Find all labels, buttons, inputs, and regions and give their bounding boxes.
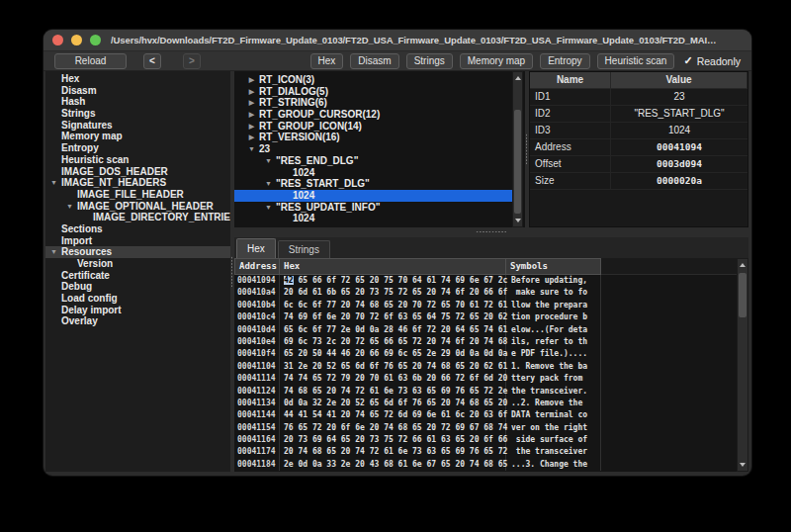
sidebar-item-strings[interactable]: Strings — [45, 108, 230, 120]
property-row-address[interactable]: Address00041094 — [530, 139, 747, 156]
sidebar-item-load-config[interactable]: Load config — [45, 293, 230, 305]
sidebar-item-hex[interactable]: Hex — [45, 73, 230, 85]
tree-item-rt-string-6[interactable]: ▶RT_STRING(6) — [234, 97, 512, 109]
toolbar-button-strings[interactable]: Strings — [406, 53, 453, 69]
close-window-button[interactable] — [52, 35, 63, 45]
hex-row[interactable]: 000411340d 0a 32 2e 20 52 65 6d 6f 76 65… — [234, 398, 737, 409]
tree-scrollbar[interactable] — [512, 71, 523, 227]
tab-hex[interactable]: Hex — [236, 238, 276, 258]
hex-row[interactable]: 0004110431 2e 20 52 65 6d 6f 76 65 20 74… — [234, 361, 737, 373]
chevron-down-icon[interactable]: ▼ — [246, 143, 257, 155]
hex-scrollbar[interactable] — [737, 258, 748, 472]
hex-row[interactable]: 000410f465 20 50 44 46 20 66 69 6c 65 2e… — [234, 348, 737, 360]
property-row-id2[interactable]: ID2"RES_START_DLG" — [530, 106, 747, 123]
tree-item-23[interactable]: ▼23 — [234, 143, 512, 155]
chevron-down-icon[interactable]: ▼ — [263, 155, 274, 167]
forward-button[interactable]: > — [183, 53, 201, 69]
horizontal-splitter[interactable] — [234, 227, 748, 237]
hex-row[interactable]: 0004117420 74 68 65 20 74 72 61 6e 73 63… — [234, 446, 737, 458]
toolbar-button-heuristic-scan[interactable]: Heuristic scan — [597, 53, 675, 69]
sidebar-item-entropy[interactable]: Entropy — [45, 142, 230, 154]
toolbar-button-memory-map[interactable]: Memory map — [460, 53, 533, 69]
back-button[interactable]: < — [143, 53, 161, 69]
hex-row[interactable]: 0004109442 65 66 6f 72 65 20 75 70 64 61… — [234, 275, 737, 287]
property-value: 0000020a — [611, 173, 747, 189]
sidebar-item-label: Debug — [61, 281, 92, 292]
sidebar-item-version[interactable]: Version — [45, 258, 230, 270]
tree-item-rt-dialog-5[interactable]: ▶RT_DIALOG(5) — [234, 86, 512, 98]
minimize-window-button[interactable] — [71, 35, 82, 45]
property-row-offset[interactable]: Offset0003d094 — [530, 156, 747, 173]
hex-row[interactable]: 000411842e 0d 0a 33 2e 20 43 68 61 6e 67… — [234, 459, 737, 471]
scrollbar-thumb[interactable] — [739, 273, 747, 317]
scroll-up-arrow-icon[interactable] — [738, 259, 747, 271]
zoom-window-button[interactable] — [90, 35, 101, 45]
chevron-down-icon[interactable]: ▼ — [64, 201, 75, 213]
property-row-id3[interactable]: ID31024 — [530, 123, 747, 139]
tree-item-label: RT_VERSION(16) — [259, 132, 340, 142]
tree-item-res-start-dlg[interactable]: ▼"RES_START_DLG" — [234, 178, 512, 190]
tree-item-1024[interactable]: 1024 — [234, 213, 512, 224]
toolbar-button-disasm[interactable]: Disasm — [350, 53, 398, 69]
chevron-right-icon[interactable]: ▶ — [246, 97, 257, 109]
chevron-right-icon[interactable]: ▶ — [246, 109, 257, 121]
sidebar-item-label: Hex — [61, 73, 79, 84]
hex-row[interactable]: 0004112474 68 65 20 74 72 61 6e 73 63 65… — [234, 386, 737, 398]
sidebar-item-overlay[interactable]: Overlay — [45, 315, 230, 327]
scroll-down-arrow-icon[interactable] — [738, 459, 747, 471]
sidebar-item-resources[interactable]: ▼Resources — [45, 246, 230, 258]
tree-item-res-update-info[interactable]: ▼"RES_UPDATE_INFO" — [234, 202, 512, 214]
chevron-down-icon[interactable]: ▼ — [263, 202, 274, 214]
scroll-up-arrow-icon[interactable] — [513, 72, 522, 84]
tree-item-res-end-dlg[interactable]: ▼"RES_END_DLG" — [234, 155, 512, 167]
hex-row[interactable]: 000410b46c 6c 6f 77 20 74 68 65 20 70 72… — [234, 300, 737, 311]
chevron-right-icon[interactable]: ▶ — [246, 132, 257, 143]
tab-strings[interactable]: Strings — [278, 240, 330, 258]
scroll-down-arrow-icon[interactable] — [513, 215, 522, 226]
hex-row[interactable]: 000410e469 6c 73 2c 20 72 65 66 65 72 20… — [234, 336, 737, 348]
selected-byte[interactable]: 42 — [284, 276, 294, 285]
tree-item-1024[interactable]: 1024 — [234, 190, 512, 202]
toolbar-button-hex[interactable]: Hex — [310, 53, 344, 69]
sidebar-item-heuristic-scan[interactable]: Heuristic scan — [45, 154, 230, 166]
sidebar-item-image-dos-header[interactable]: IMAGE_DOS_HEADER — [45, 166, 230, 178]
tree-item-rt-icon-3[interactable]: ▶RT_ICON(3) — [234, 74, 512, 86]
property-row-id1[interactable]: ID123 — [530, 89, 747, 106]
reload-button[interactable]: Reload — [54, 53, 127, 69]
chevron-down-icon[interactable]: ▼ — [48, 177, 59, 189]
hex-table-header: Address Hex Symbols — [234, 258, 748, 275]
sidebar-item-delay-import[interactable]: Delay import — [45, 305, 230, 316]
readonly-checkbox[interactable]: ✓ Readonly — [683, 54, 741, 67]
tree-item-rt-group-cursor-12[interactable]: ▶RT_GROUP_CURSOR(12) — [234, 109, 512, 121]
sidebar-item-disasm[interactable]: Disasm — [45, 85, 230, 97]
sidebar-item-import[interactable]: Import — [45, 235, 230, 247]
toolbar-button-entropy[interactable]: Entropy — [540, 53, 589, 69]
sidebar-item-image-optional-header[interactable]: ▼IMAGE_OPTIONAL_HEADER — [45, 201, 230, 213]
tree-item-rt-version-16[interactable]: ▶RT_VERSION(16) — [234, 132, 512, 143]
chevron-right-icon[interactable]: ▶ — [246, 74, 257, 86]
hex-row[interactable]: 000410c474 69 6f 6e 20 70 72 6f 63 65 64… — [234, 311, 737, 323]
hex-row[interactable]: 000410d465 6c 6f 77 2e 0d 0a 28 46 6f 72… — [234, 324, 737, 336]
hex-row[interactable]: 000410a420 6d 61 6b 65 20 73 75 72 65 20… — [234, 287, 737, 299]
sidebar-item-sections[interactable]: Sections — [45, 223, 230, 235]
sidebar-item-debug[interactable]: Debug — [45, 281, 230, 293]
chevron-down-icon[interactable]: ▼ — [48, 246, 59, 258]
scrollbar-thumb[interactable] — [514, 110, 521, 214]
sidebar-item-image-nt-headers[interactable]: ▼IMAGE_NT_HEADERS — [45, 177, 230, 189]
sidebar-item-hash[interactable]: Hash — [45, 96, 230, 108]
sidebar-item-certificate[interactable]: Certificate — [45, 270, 230, 282]
chevron-right-icon[interactable]: ▶ — [246, 86, 257, 98]
tree-item-1024[interactable]: 1024 — [234, 167, 512, 179]
hex-row[interactable]: 0004111474 74 65 72 79 20 70 61 63 6b 20… — [234, 373, 737, 385]
hex-row[interactable]: 0004114444 41 54 41 20 74 65 72 6d 69 6e… — [234, 409, 737, 421]
sidebar-item-image-file-header[interactable]: IMAGE_FILE_HEADER — [45, 189, 230, 201]
tree-item-rt-group-icon-14[interactable]: ▶RT_GROUP_ICON(14) — [234, 121, 512, 133]
sidebar-item-memory-map[interactable]: Memory map — [45, 131, 230, 142]
hex-row[interactable]: 0004116420 73 69 64 65 20 73 75 72 66 61… — [234, 434, 737, 446]
chevron-right-icon[interactable]: ▶ — [246, 121, 257, 133]
sidebar-item-image-directory-entries[interactable]: IMAGE_DIRECTORY_ENTRIES — [45, 212, 230, 223]
hex-row[interactable]: 0004115476 65 72 20 6f 6e 20 74 68 65 20… — [234, 422, 737, 434]
sidebar-item-signatures[interactable]: Signatures — [45, 120, 230, 132]
chevron-down-icon[interactable]: ▼ — [263, 178, 274, 190]
property-row-size[interactable]: Size0000020a — [530, 173, 747, 190]
